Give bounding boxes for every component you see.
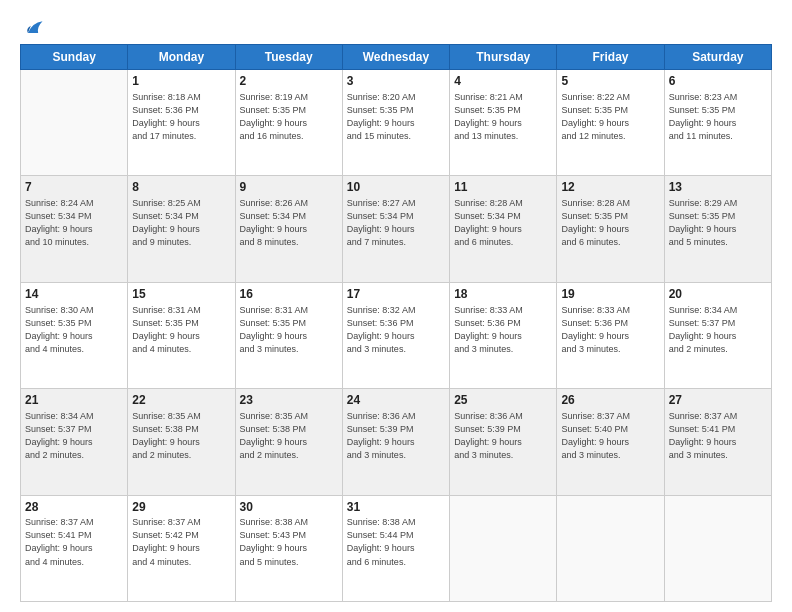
day-info: Sunrise: 8:31 AM Sunset: 5:35 PM Dayligh… [240, 304, 338, 356]
calendar-cell: 12Sunrise: 8:28 AM Sunset: 5:35 PM Dayli… [557, 176, 664, 282]
calendar-cell: 14Sunrise: 8:30 AM Sunset: 5:35 PM Dayli… [21, 282, 128, 388]
weekday-header-row: SundayMondayTuesdayWednesdayThursdayFrid… [21, 45, 772, 70]
day-info: Sunrise: 8:35 AM Sunset: 5:38 PM Dayligh… [240, 410, 338, 462]
day-info: Sunrise: 8:34 AM Sunset: 5:37 PM Dayligh… [25, 410, 123, 462]
day-number: 30 [240, 499, 338, 516]
day-info: Sunrise: 8:37 AM Sunset: 5:41 PM Dayligh… [669, 410, 767, 462]
calendar-cell: 7Sunrise: 8:24 AM Sunset: 5:34 PM Daylig… [21, 176, 128, 282]
day-info: Sunrise: 8:28 AM Sunset: 5:34 PM Dayligh… [454, 197, 552, 249]
day-number: 20 [669, 286, 767, 303]
weekday-header-tuesday: Tuesday [235, 45, 342, 70]
calendar-cell: 30Sunrise: 8:38 AM Sunset: 5:43 PM Dayli… [235, 495, 342, 601]
day-info: Sunrise: 8:37 AM Sunset: 5:41 PM Dayligh… [25, 516, 123, 568]
day-info: Sunrise: 8:27 AM Sunset: 5:34 PM Dayligh… [347, 197, 445, 249]
day-number: 4 [454, 73, 552, 90]
day-number: 22 [132, 392, 230, 409]
weekday-header-wednesday: Wednesday [342, 45, 449, 70]
day-info: Sunrise: 8:31 AM Sunset: 5:35 PM Dayligh… [132, 304, 230, 356]
day-number: 28 [25, 499, 123, 516]
calendar-week-row: 7Sunrise: 8:24 AM Sunset: 5:34 PM Daylig… [21, 176, 772, 282]
calendar-cell: 8Sunrise: 8:25 AM Sunset: 5:34 PM Daylig… [128, 176, 235, 282]
day-info: Sunrise: 8:20 AM Sunset: 5:35 PM Dayligh… [347, 91, 445, 143]
day-info: Sunrise: 8:33 AM Sunset: 5:36 PM Dayligh… [561, 304, 659, 356]
calendar-cell: 22Sunrise: 8:35 AM Sunset: 5:38 PM Dayli… [128, 389, 235, 495]
day-number: 24 [347, 392, 445, 409]
calendar-cell: 20Sunrise: 8:34 AM Sunset: 5:37 PM Dayli… [664, 282, 771, 388]
day-number: 15 [132, 286, 230, 303]
day-number: 16 [240, 286, 338, 303]
calendar-cell: 27Sunrise: 8:37 AM Sunset: 5:41 PM Dayli… [664, 389, 771, 495]
calendar-table: SundayMondayTuesdayWednesdayThursdayFrid… [20, 44, 772, 602]
day-info: Sunrise: 8:36 AM Sunset: 5:39 PM Dayligh… [347, 410, 445, 462]
calendar-cell: 29Sunrise: 8:37 AM Sunset: 5:42 PM Dayli… [128, 495, 235, 601]
day-info: Sunrise: 8:23 AM Sunset: 5:35 PM Dayligh… [669, 91, 767, 143]
calendar-cell: 6Sunrise: 8:23 AM Sunset: 5:35 PM Daylig… [664, 70, 771, 176]
calendar-cell: 11Sunrise: 8:28 AM Sunset: 5:34 PM Dayli… [450, 176, 557, 282]
calendar-cell: 21Sunrise: 8:34 AM Sunset: 5:37 PM Dayli… [21, 389, 128, 495]
day-number: 23 [240, 392, 338, 409]
day-info: Sunrise: 8:24 AM Sunset: 5:34 PM Dayligh… [25, 197, 123, 249]
logo-bird-icon [22, 18, 44, 40]
calendar-cell [557, 495, 664, 601]
calendar-cell [21, 70, 128, 176]
day-info: Sunrise: 8:37 AM Sunset: 5:42 PM Dayligh… [132, 516, 230, 568]
calendar-cell: 28Sunrise: 8:37 AM Sunset: 5:41 PM Dayli… [21, 495, 128, 601]
calendar-cell: 16Sunrise: 8:31 AM Sunset: 5:35 PM Dayli… [235, 282, 342, 388]
day-number: 8 [132, 179, 230, 196]
day-number: 3 [347, 73, 445, 90]
calendar-cell: 19Sunrise: 8:33 AM Sunset: 5:36 PM Dayli… [557, 282, 664, 388]
calendar-cell: 2Sunrise: 8:19 AM Sunset: 5:35 PM Daylig… [235, 70, 342, 176]
calendar-cell: 10Sunrise: 8:27 AM Sunset: 5:34 PM Dayli… [342, 176, 449, 282]
day-info: Sunrise: 8:25 AM Sunset: 5:34 PM Dayligh… [132, 197, 230, 249]
calendar-cell: 1Sunrise: 8:18 AM Sunset: 5:36 PM Daylig… [128, 70, 235, 176]
day-number: 18 [454, 286, 552, 303]
calendar-cell: 13Sunrise: 8:29 AM Sunset: 5:35 PM Dayli… [664, 176, 771, 282]
day-info: Sunrise: 8:26 AM Sunset: 5:34 PM Dayligh… [240, 197, 338, 249]
weekday-header-monday: Monday [128, 45, 235, 70]
calendar-week-row: 21Sunrise: 8:34 AM Sunset: 5:37 PM Dayli… [21, 389, 772, 495]
day-number: 1 [132, 73, 230, 90]
header [20, 18, 772, 36]
day-info: Sunrise: 8:34 AM Sunset: 5:37 PM Dayligh… [669, 304, 767, 356]
day-number: 27 [669, 392, 767, 409]
day-info: Sunrise: 8:21 AM Sunset: 5:35 PM Dayligh… [454, 91, 552, 143]
calendar-cell: 26Sunrise: 8:37 AM Sunset: 5:40 PM Dayli… [557, 389, 664, 495]
day-number: 5 [561, 73, 659, 90]
calendar-cell: 23Sunrise: 8:35 AM Sunset: 5:38 PM Dayli… [235, 389, 342, 495]
day-info: Sunrise: 8:30 AM Sunset: 5:35 PM Dayligh… [25, 304, 123, 356]
day-info: Sunrise: 8:19 AM Sunset: 5:35 PM Dayligh… [240, 91, 338, 143]
day-number: 19 [561, 286, 659, 303]
day-info: Sunrise: 8:33 AM Sunset: 5:36 PM Dayligh… [454, 304, 552, 356]
day-number: 11 [454, 179, 552, 196]
weekday-header-thursday: Thursday [450, 45, 557, 70]
calendar-cell: 5Sunrise: 8:22 AM Sunset: 5:35 PM Daylig… [557, 70, 664, 176]
weekday-header-friday: Friday [557, 45, 664, 70]
day-info: Sunrise: 8:37 AM Sunset: 5:40 PM Dayligh… [561, 410, 659, 462]
day-number: 13 [669, 179, 767, 196]
day-number: 7 [25, 179, 123, 196]
day-info: Sunrise: 8:22 AM Sunset: 5:35 PM Dayligh… [561, 91, 659, 143]
day-number: 26 [561, 392, 659, 409]
page: SundayMondayTuesdayWednesdayThursdayFrid… [0, 0, 792, 612]
day-info: Sunrise: 8:32 AM Sunset: 5:36 PM Dayligh… [347, 304, 445, 356]
calendar-cell [664, 495, 771, 601]
calendar-cell: 25Sunrise: 8:36 AM Sunset: 5:39 PM Dayli… [450, 389, 557, 495]
day-number: 12 [561, 179, 659, 196]
calendar-cell [450, 495, 557, 601]
calendar-cell: 18Sunrise: 8:33 AM Sunset: 5:36 PM Dayli… [450, 282, 557, 388]
calendar-cell: 31Sunrise: 8:38 AM Sunset: 5:44 PM Dayli… [342, 495, 449, 601]
calendar-cell: 3Sunrise: 8:20 AM Sunset: 5:35 PM Daylig… [342, 70, 449, 176]
day-info: Sunrise: 8:18 AM Sunset: 5:36 PM Dayligh… [132, 91, 230, 143]
day-info: Sunrise: 8:38 AM Sunset: 5:43 PM Dayligh… [240, 516, 338, 568]
calendar-cell: 17Sunrise: 8:32 AM Sunset: 5:36 PM Dayli… [342, 282, 449, 388]
calendar-cell: 24Sunrise: 8:36 AM Sunset: 5:39 PM Dayli… [342, 389, 449, 495]
day-number: 21 [25, 392, 123, 409]
day-info: Sunrise: 8:29 AM Sunset: 5:35 PM Dayligh… [669, 197, 767, 249]
day-info: Sunrise: 8:28 AM Sunset: 5:35 PM Dayligh… [561, 197, 659, 249]
logo [20, 18, 44, 36]
day-number: 29 [132, 499, 230, 516]
day-info: Sunrise: 8:38 AM Sunset: 5:44 PM Dayligh… [347, 516, 445, 568]
calendar-week-row: 14Sunrise: 8:30 AM Sunset: 5:35 PM Dayli… [21, 282, 772, 388]
day-number: 10 [347, 179, 445, 196]
day-info: Sunrise: 8:36 AM Sunset: 5:39 PM Dayligh… [454, 410, 552, 462]
